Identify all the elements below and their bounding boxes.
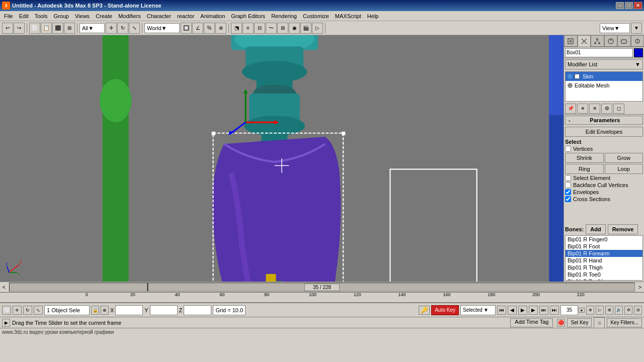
menu-file[interactable]: File: [1, 12, 16, 20]
mini-btn-1[interactable]: ⊕: [586, 306, 594, 315]
modifier-list-dropdown[interactable]: Modifier List ▼: [565, 59, 643, 69]
remove-bone-button[interactable]: Remove: [608, 224, 638, 234]
select-scale-button[interactable]: ⤡: [129, 23, 140, 34]
add-time-tag-button[interactable]: Add Time Tag: [510, 318, 553, 327]
angle-snap-button[interactable]: ∠: [192, 23, 203, 34]
window-controls[interactable]: ─ □ ✕: [616, 2, 642, 9]
menu-graph-editors[interactable]: Graph Editors: [228, 12, 268, 20]
lock-selection-button[interactable]: 🔒: [91, 306, 99, 315]
render-setup-button[interactable]: 🎬: [300, 23, 311, 34]
mini-btn-5[interactable]: ⚙: [624, 306, 632, 315]
vertices-checkbox[interactable]: [565, 146, 571, 152]
undo-button[interactable]: ↩: [2, 23, 13, 34]
x-input[interactable]: [115, 305, 143, 315]
bottom-play-button[interactable]: ▶: [2, 319, 10, 327]
object-color-button[interactable]: [634, 48, 643, 57]
timeline-track[interactable]: 35 / 228: [9, 283, 635, 292]
view-dropdown[interactable]: View ▼: [600, 23, 630, 33]
quick-render-button[interactable]: ▷: [312, 23, 323, 34]
scale-button[interactable]: ⤡: [34, 306, 43, 315]
remove-modifier-button[interactable]: ✕: [589, 104, 600, 114]
bone-item-forearm[interactable]: Bip01 R Forearm: [566, 250, 642, 257]
select-by-name-button[interactable]: 📋: [41, 23, 52, 34]
play-all-button[interactable]: ⏭: [550, 306, 559, 315]
shrink-button[interactable]: Shrink: [565, 153, 604, 163]
bones-list[interactable]: Bip01 R Finger0 Bip01 R Foot Bip01 R For…: [565, 235, 643, 281]
backface-cull-checkbox[interactable]: [565, 182, 571, 188]
go-end-button[interactable]: ⏭: [539, 306, 548, 315]
snap-toggle-button[interactable]: 🔲: [181, 23, 192, 34]
layer-manager-button[interactable]: ⊟: [254, 23, 265, 34]
make-unique-button[interactable]: ⊕: [577, 104, 588, 114]
viewport[interactable]: Perspective: [0, 35, 564, 282]
show-end-result-button[interactable]: ◻: [613, 104, 624, 114]
skin-visibility-icon[interactable]: [568, 74, 573, 79]
bone-item-foot[interactable]: Bip01 R Foot: [566, 243, 642, 250]
menu-tools[interactable]: Tools: [32, 12, 51, 20]
region-select-button[interactable]: ⬛: [52, 23, 63, 34]
coord-system-dropdown[interactable]: World ▼: [144, 23, 180, 33]
tab-motion[interactable]: [604, 35, 618, 47]
menu-group[interactable]: Group: [50, 12, 72, 20]
redo-button[interactable]: ↪: [14, 23, 25, 34]
align-button[interactable]: ≡: [243, 23, 254, 34]
configure-button[interactable]: ⚙: [601, 104, 612, 114]
selection-sets-button[interactable]: ⊕: [101, 306, 109, 315]
ring-button[interactable]: Ring: [565, 164, 604, 174]
close-button[interactable]: ✕: [634, 2, 642, 9]
minimize-button[interactable]: ─: [616, 2, 624, 9]
menu-modifiers[interactable]: Modifiers: [115, 12, 144, 20]
curve-editor-button[interactable]: 〜: [266, 23, 277, 34]
percent-snap-button[interactable]: %: [204, 23, 215, 34]
tab-modify[interactable]: [578, 35, 591, 47]
edit-envelopes-button[interactable]: Edit Envelopes: [565, 127, 643, 137]
schematic-view-button[interactable]: ⊞: [277, 23, 288, 34]
snap-dropdown[interactable]: All ▼: [79, 23, 105, 33]
selected-dropdown[interactable]: Selected ▼: [460, 305, 496, 315]
maximize-button[interactable]: □: [625, 2, 633, 9]
play-button[interactable]: ▶: [518, 306, 527, 315]
timeline-prev-button[interactable]: <: [0, 283, 8, 291]
cross-sections-checkbox[interactable]: [565, 196, 571, 202]
menu-create[interactable]: Create: [93, 12, 115, 20]
menu-help[interactable]: Help: [364, 12, 382, 20]
menu-customize[interactable]: Customize: [300, 12, 332, 20]
menu-character[interactable]: Character: [144, 12, 174, 20]
go-start-button[interactable]: ⏮: [497, 306, 506, 315]
timeline-frame-input[interactable]: 35 / 228: [304, 284, 340, 291]
rotate-button[interactable]: ↻: [23, 306, 32, 315]
parameters-collapse-button[interactable]: -: [569, 117, 571, 123]
modifier-skin-checkbox[interactable]: [575, 74, 580, 79]
tab-display[interactable]: [617, 35, 631, 47]
key-filters-button[interactable]: Key Filters...: [607, 318, 642, 327]
bone-item-finger0[interactable]: Bip01 R Finger0: [566, 236, 642, 243]
grow-button[interactable]: Grow: [605, 153, 643, 163]
select-filter-button[interactable]: ⬜: [2, 306, 11, 315]
mirror-button[interactable]: ⬔: [231, 23, 242, 34]
z-input[interactable]: [184, 305, 211, 315]
mini-btn-3[interactable]: ⊞: [605, 306, 613, 315]
mesh-visibility-icon[interactable]: [568, 83, 573, 88]
bone-item-hand[interactable]: Bip01 R Hand: [566, 257, 642, 264]
mini-btn-2[interactable]: ▷: [596, 306, 604, 315]
select-move-button[interactable]: ✛: [106, 23, 117, 34]
mini-btn-4[interactable]: 🔊: [615, 306, 623, 315]
modifier-skin[interactable]: Skin: [566, 72, 642, 81]
bone-item-toe01[interactable]: Bip01 R Toe01: [566, 278, 642, 281]
select-object-button[interactable]: ⬜: [29, 23, 40, 34]
record-button[interactable]: 🔴: [557, 319, 565, 327]
spinner-snap-button[interactable]: ⊕: [215, 23, 226, 34]
add-bone-button[interactable]: Add: [586, 224, 605, 234]
move-button[interactable]: ✛: [13, 306, 22, 315]
object-name-input[interactable]: Box01: [565, 48, 633, 57]
view-options-button[interactable]: ▼: [631, 23, 642, 34]
pin-stack-button[interactable]: 📌: [565, 104, 576, 114]
bone-item-thigh[interactable]: Bip01 R Thigh: [566, 264, 642, 271]
menu-reactor[interactable]: reactor: [174, 12, 197, 20]
auto-key-button[interactable]: Auto Key: [431, 305, 459, 315]
window-crossing-button[interactable]: ⊞: [64, 23, 75, 34]
next-frame-button[interactable]: ▶: [529, 306, 538, 315]
tab-hierarchy[interactable]: [591, 35, 604, 47]
menu-edit[interactable]: Edit: [16, 12, 32, 20]
timeline-next-button[interactable]: >: [636, 283, 644, 291]
